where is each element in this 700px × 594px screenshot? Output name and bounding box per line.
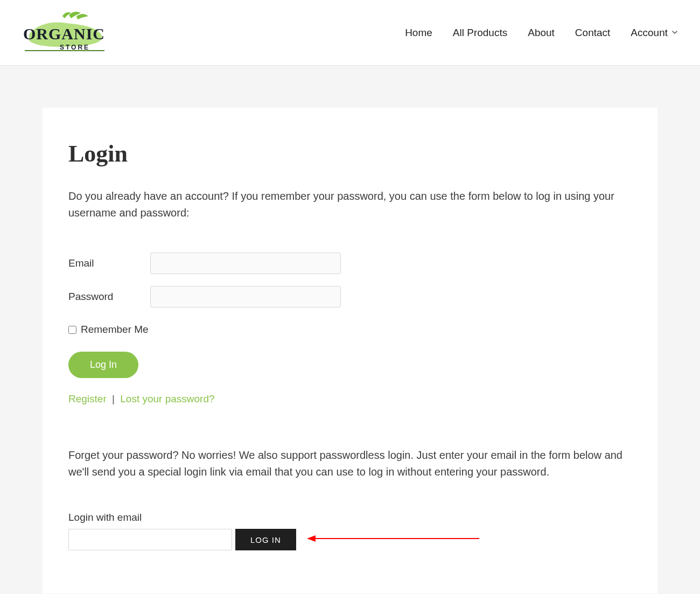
link-separator: |	[112, 393, 115, 404]
email-row: Email	[68, 253, 632, 274]
nav-all-products[interactable]: All Products	[453, 27, 507, 39]
register-link[interactable]: Register	[68, 393, 107, 404]
chevron-down-icon	[671, 27, 678, 39]
nav-account[interactable]: Account	[631, 27, 678, 39]
site-header: ORGANIC STORE Home All Products About Co…	[0, 0, 700, 66]
passwordless-section: Login with email LOG IN	[68, 512, 632, 550]
nav-about[interactable]: About	[528, 27, 555, 39]
nav-account-label: Account	[631, 27, 668, 39]
passwordless-intro-text: Forget your password? No worries! We als…	[68, 447, 632, 480]
auth-links: Register | Lost your password?	[68, 393, 632, 405]
remember-row: Remember Me	[68, 324, 632, 336]
password-label: Password	[68, 291, 150, 303]
annotation-arrow-icon	[307, 533, 479, 546]
password-field[interactable]	[150, 286, 341, 308]
nav-home[interactable]: Home	[405, 27, 432, 39]
remember-checkbox[interactable]	[68, 326, 76, 334]
passwordless-label: Login with email	[68, 512, 632, 523]
password-row: Password	[68, 286, 632, 308]
login-intro-text: Do you already have an account? If you r…	[68, 188, 632, 221]
email-field[interactable]	[150, 253, 341, 274]
svg-text:ORGANIC: ORGANIC	[23, 25, 105, 43]
lost-password-link[interactable]: Lost your password?	[120, 393, 214, 404]
page-body: Login Do you already have an account? If…	[0, 66, 700, 594]
passwordless-login-button[interactable]: LOG IN	[235, 529, 296, 550]
primary-nav: Home All Products About Contact Account	[405, 27, 678, 39]
page-title: Login	[68, 140, 632, 167]
nav-contact[interactable]: Contact	[575, 27, 610, 39]
site-logo[interactable]: ORGANIC STORE	[13, 10, 115, 55]
login-card: Login Do you already have an account? If…	[43, 108, 657, 593]
remember-label: Remember Me	[81, 324, 149, 336]
svg-marker-4	[307, 535, 316, 542]
passwordless-email-field[interactable]	[68, 529, 232, 550]
login-button[interactable]: Log In	[68, 352, 138, 378]
email-label: Email	[68, 257, 150, 269]
svg-text:STORE: STORE	[60, 44, 90, 51]
